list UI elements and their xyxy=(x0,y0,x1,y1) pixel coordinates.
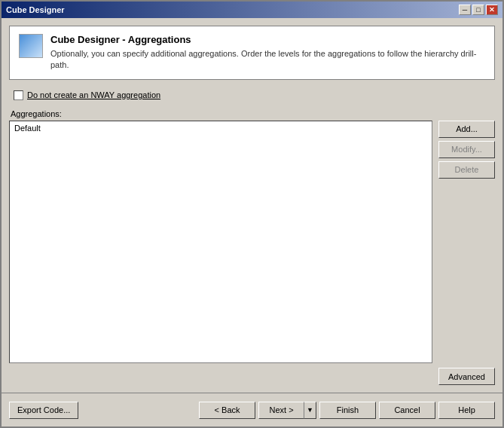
delete-button[interactable]: Delete xyxy=(438,161,495,179)
header-section: Cube Designer - Aggregations Optionally,… xyxy=(9,26,495,80)
next-dropdown-button[interactable]: ▼ xyxy=(304,402,316,419)
side-buttons: Add... Modify... Delete xyxy=(438,121,495,363)
help-button[interactable]: Help xyxy=(438,402,495,419)
nway-checkbox-label[interactable]: Do not create an NWAY aggregation xyxy=(27,90,160,99)
bottom-bar-right: < Back Next > ▼ Finish Cancel Help xyxy=(199,402,495,419)
aggregations-label: Aggregations: xyxy=(9,109,495,118)
minimize-button[interactable]: ─ xyxy=(459,5,471,15)
cancel-button[interactable]: Cancel xyxy=(379,402,435,419)
aggregations-row: Default Add... Modify... Delete xyxy=(9,121,495,363)
header-icon xyxy=(19,34,43,58)
next-button-wrapper: Next > ▼ xyxy=(258,402,316,419)
window-title: Cube Designer xyxy=(6,5,65,14)
advanced-button[interactable]: Advanced xyxy=(438,368,495,385)
main-window: Cube Designer ─ □ ✕ Cube Designer - Aggr… xyxy=(0,0,504,428)
page-description: Optionally, you can specify additional a… xyxy=(50,48,485,72)
main-panel: Do not create an NWAY aggregation Aggreg… xyxy=(9,87,495,385)
title-bar-controls: ─ □ ✕ xyxy=(459,5,498,15)
close-button[interactable]: ✕ xyxy=(486,5,498,15)
advanced-row: Advanced xyxy=(9,368,495,385)
bottom-bar: Export Code... < Back Next > ▼ Finish Ca… xyxy=(2,393,502,426)
add-button[interactable]: Add... xyxy=(438,121,495,138)
title-bar: Cube Designer ─ □ ✕ xyxy=(2,2,502,18)
header-text: Cube Designer - Aggregations Optionally,… xyxy=(50,34,485,72)
checkbox-row: Do not create an NWAY aggregation xyxy=(9,87,495,103)
back-button[interactable]: < Back xyxy=(199,402,255,419)
list-item[interactable]: Default xyxy=(11,123,430,133)
maximize-button[interactable]: □ xyxy=(472,5,484,15)
export-code-button[interactable]: Export Code... xyxy=(9,402,78,419)
nway-checkbox[interactable] xyxy=(14,90,23,100)
next-button[interactable]: Next > xyxy=(258,402,304,419)
aggregations-list[interactable]: Default xyxy=(9,121,432,363)
bottom-bar-left: Export Code... xyxy=(9,402,196,419)
page-title: Cube Designer - Aggregations xyxy=(50,34,485,45)
modify-button[interactable]: Modify... xyxy=(438,141,495,158)
content-area: Cube Designer - Aggregations Optionally,… xyxy=(2,18,502,393)
finish-button[interactable]: Finish xyxy=(319,402,376,419)
